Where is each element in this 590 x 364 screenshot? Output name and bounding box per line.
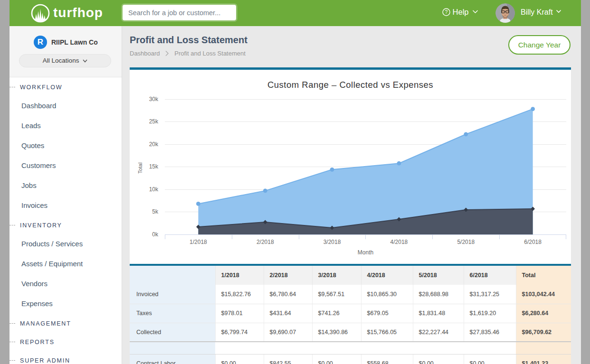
svg-text:20k: 20k xyxy=(149,141,159,148)
svg-text:Month: Month xyxy=(358,249,373,256)
svg-text:5k: 5k xyxy=(152,208,159,215)
svg-text:Total: Total xyxy=(137,162,143,173)
svg-text:0k: 0k xyxy=(152,231,159,238)
svg-text:25k: 25k xyxy=(149,118,159,125)
svg-text:2/2018: 2/2018 xyxy=(257,239,274,245)
svg-text:1/2018: 1/2018 xyxy=(190,239,207,245)
svg-text:4/2018: 4/2018 xyxy=(390,239,408,245)
svg-text:6/2018: 6/2018 xyxy=(524,239,542,245)
svg-text:5/2018: 5/2018 xyxy=(457,239,475,245)
svg-text:15k: 15k xyxy=(149,163,159,170)
svg-text:?: ? xyxy=(445,9,448,15)
svg-text:30k: 30k xyxy=(149,96,159,103)
svg-text:10k: 10k xyxy=(149,186,159,193)
svg-text:3/2018: 3/2018 xyxy=(324,239,341,245)
